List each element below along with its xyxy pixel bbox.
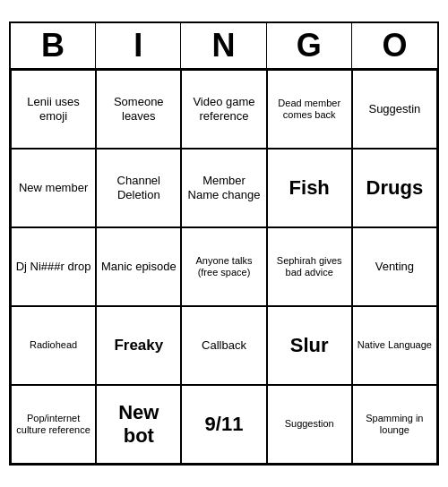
bingo-cell-1: Someone leaves — [96, 70, 181, 149]
bingo-cell-13: Sephirah gives bad advice — [267, 227, 352, 306]
bingo-letter-o: O — [352, 23, 437, 68]
bingo-cell-14: Venting — [352, 227, 437, 306]
bingo-cell-10: Dj Ni###r drop — [11, 227, 96, 306]
bingo-header: BINGO — [11, 23, 437, 70]
bingo-cell-20: Pop/internet culture reference — [11, 385, 96, 464]
bingo-cell-4: Suggestin — [352, 70, 437, 149]
bingo-cell-23: Suggestion — [267, 385, 352, 464]
bingo-cell-15: Radiohead — [11, 306, 96, 385]
bingo-letter-b: B — [11, 23, 96, 68]
bingo-cell-0: Lenii uses emoji — [11, 70, 96, 149]
bingo-grid: Lenii uses emojiSomeone leavesVideo game… — [11, 70, 437, 464]
bingo-cell-22: 9/11 — [181, 385, 266, 464]
bingo-cell-16: Freaky — [96, 306, 181, 385]
bingo-cell-11: Manic episode — [96, 227, 181, 306]
bingo-cell-5: New member — [11, 149, 96, 227]
bingo-cell-19: Native Language — [352, 306, 437, 385]
bingo-cell-2: Video game reference — [181, 70, 266, 149]
bingo-cell-6: Channel Deletion — [96, 149, 181, 227]
bingo-cell-9: Drugs — [352, 149, 437, 227]
bingo-cell-3: Dead member comes back — [267, 70, 352, 149]
bingo-cell-24: Spamming in lounge — [352, 385, 437, 464]
bingo-letter-i: I — [96, 23, 181, 68]
bingo-letter-n: N — [181, 23, 266, 68]
bingo-card: BINGO Lenii uses emojiSomeone leavesVide… — [9, 21, 439, 466]
bingo-cell-21: New bot — [96, 385, 181, 464]
bingo-cell-17: Callback — [181, 306, 266, 385]
bingo-cell-7: Member Name change — [181, 149, 266, 227]
bingo-cell-12: Anyone talks (free space) — [181, 227, 266, 306]
bingo-cell-18: Slur — [267, 306, 352, 385]
bingo-cell-8: Fish — [267, 149, 352, 227]
bingo-letter-g: G — [267, 23, 352, 68]
